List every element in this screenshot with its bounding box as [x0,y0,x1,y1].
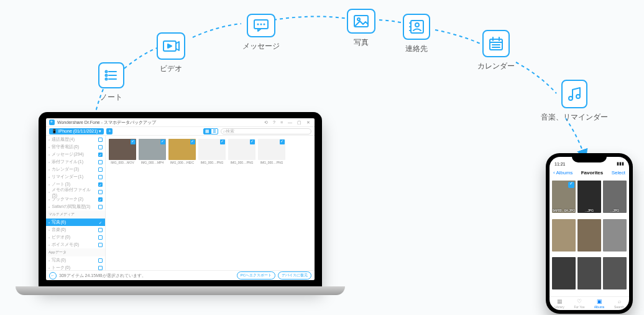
toolbar: 📱 iPhone (01/11/2021) ▾ + ▦ ≣ ⌕ 検索 [46,127,315,136]
photo-caption: ...JPG [603,209,627,212]
sidebar-item[interactable]: ◦Safariの閲覧履歴(3) [46,203,105,210]
svg-point-15 [415,23,419,27]
video-icon [157,32,185,60]
sidebar-item[interactable]: ◦トーク(0) [46,264,105,270]
tab-for-you[interactable]: ♡For You [569,297,589,310]
photo-cell[interactable] [577,257,601,289]
photo-cell[interactable] [577,219,601,252]
feature-label: 音楽、リマインダー [541,112,608,123]
thumbnail[interactable]: IMG_000....MOV [109,139,136,164]
item-icon: ◦ [48,182,50,187]
photo-cell[interactable] [552,257,576,289]
svg-point-3 [106,71,108,73]
thumb-caption: IMG_000....PNG [258,161,285,164]
sidebar-item[interactable]: ◦ボイスメモ(0) [46,241,105,248]
sidebar-item[interactable]: ◦通話履歴(4) [46,136,105,143]
tab-search[interactable]: ⌕Search [609,297,629,310]
svg-point-11 [264,24,265,26]
nav-select[interactable]: Select [612,170,625,176]
sidebar-item[interactable]: ◦ビデオ(0) [46,233,105,241]
thumbnail[interactable]: IMG_000....PNG [228,139,255,164]
grid-view-icon[interactable]: ▦ [203,128,211,134]
export-pc-button[interactable]: PCへエクスポート [237,271,275,280]
menu-icon[interactable]: ≡ [279,120,284,125]
minimize-icon[interactable]: — [287,120,293,125]
thumbnail[interactable]: IMG_000....PNG [258,139,285,164]
add-device-button[interactable]: + [106,128,113,134]
item-checkbox[interactable] [98,190,103,194]
check-icon [220,139,225,144]
check-icon [131,139,136,144]
sidebar-item[interactable]: ◦写真(6) [46,219,105,226]
feature-label: 写真 [347,37,375,48]
thumbnail[interactable]: IMG_000....HEIC [168,139,196,164]
svg-point-4 [106,75,108,77]
item-checkbox[interactable] [98,167,103,172]
item-checkbox[interactable] [98,182,103,187]
item-label: 写真(6) [52,219,66,225]
tab-icon: ♡ [577,298,582,304]
device-selector[interactable]: 📱 iPhone (01/11/2021) ▾ [49,128,104,134]
tab-library[interactable]: ▦Library [550,297,569,310]
sidebar-item[interactable]: ◦メモの添付ファイル(5) [46,188,105,195]
item-checkbox[interactable] [98,197,103,202]
photo-grid: 9AF80...6A.JPG...JPG...JPG [550,178,629,296]
sidebar-item[interactable]: ◦音楽(0) [46,226,105,233]
thumbnail[interactable]: IMG_000....MP4 [139,139,166,164]
item-checkbox[interactable] [98,228,103,232]
sidebar-item[interactable]: ◦留守番電話(0) [46,143,105,151]
search-input[interactable]: ⌕ 検索 [221,128,311,134]
restore-device-button[interactable]: デバイスに復元 [278,271,311,280]
photo-cell[interactable] [603,219,627,252]
item-label: ブックマーク(2) [52,196,83,202]
sidebar-item[interactable]: ◦リマインダー(1) [46,173,105,181]
item-label: カレンダー(3) [52,166,79,172]
item-checkbox[interactable] [98,258,103,263]
item-checkbox[interactable] [98,220,103,225]
nav-title: Favorites [573,170,612,176]
list-view-icon[interactable]: ≣ [211,128,218,134]
item-checkbox[interactable] [98,175,103,179]
item-checkbox[interactable] [98,243,103,247]
item-label: 通話履歴(4) [52,136,75,143]
sidebar-item[interactable]: ◦カレンダー(3) [46,166,105,173]
photo-cell[interactable] [603,257,627,289]
item-icon: ◦ [48,167,50,172]
item-checkbox[interactable] [98,266,103,270]
photo-cell[interactable]: ...JPG [577,181,601,213]
item-label: ビデオ(0) [52,234,70,240]
feature-video: ビデオ [157,32,185,74]
item-checkbox[interactable] [98,153,103,157]
sidebar-item[interactable]: ◦添付ファイル(1) [46,158,105,166]
item-icon: ◦ [48,197,50,202]
item-checkbox[interactable] [98,235,103,240]
item-checkbox[interactable] [98,205,103,209]
item-icon: ◦ [48,235,50,240]
close-icon[interactable]: ✕ [305,120,311,125]
item-icon: ◦ [48,243,50,247]
settings-icon[interactable]: ⟲ [263,120,269,125]
svg-point-5 [106,78,108,80]
photo-cell[interactable]: ...JPG [603,181,627,213]
item-checkbox[interactable] [98,145,103,149]
view-toggle[interactable]: ▦ ≣ [203,128,218,134]
help-icon[interactable]: ? [272,120,277,125]
item-label: リマインダー(1) [52,174,83,180]
back-button[interactable]: ← [49,272,57,280]
maximize-icon[interactable]: ▢ [296,120,303,125]
sidebar-item[interactable]: ◦写真(0) [46,256,105,264]
laptop-mockup: Wondershare Dr.Fone - スマホデータバックアップ ⟲ ? ≡… [16,112,345,305]
nav-back[interactable]: ‹ Albums [553,170,573,176]
photo-cell[interactable]: 9AF80...6A.JPG [552,181,576,213]
sidebar-item[interactable]: ◦メッセージ(294) [46,151,105,158]
tab-albums[interactable]: ▣Albums [589,297,609,310]
footer-bar: ← 309アイテム 24.15MBが選択されています。 PCへエクスポート デバ… [46,270,315,280]
photo-cell[interactable] [552,219,576,252]
drfone-window: Wondershare Dr.Fone - スマホデータバックアップ ⟲ ? ≡… [46,118,315,280]
selection-status: 309アイテム 24.15MBが選択されています。 [59,273,146,279]
thumbnail[interactable]: IMG_000....PNG [198,139,226,164]
item-label: Safariの閲覧履歴(3) [52,204,90,210]
item-checkbox[interactable] [98,160,103,164]
check-icon [160,139,165,144]
item-checkbox[interactable] [98,138,103,142]
